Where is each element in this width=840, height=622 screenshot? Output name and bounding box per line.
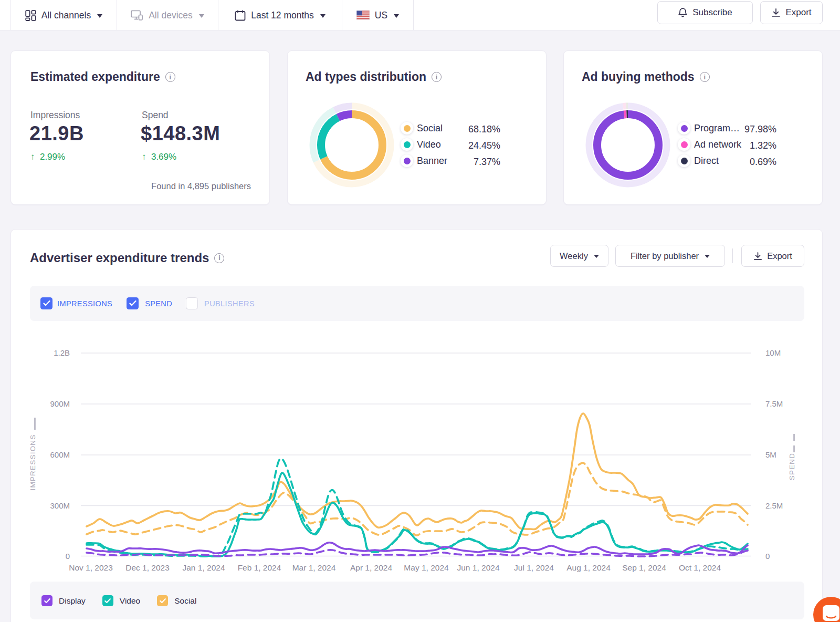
svg-text:10M: 10M: [765, 348, 781, 357]
svg-text:IMPRESSIONS: IMPRESSIONS: [29, 434, 37, 491]
svg-text:SPEND: SPEND: [788, 453, 796, 481]
svg-text:Jul 1, 2024: Jul 1, 2024: [514, 563, 554, 572]
svg-text:0: 0: [765, 552, 770, 561]
svg-text:300M: 300M: [50, 501, 70, 510]
svg-text:2.5M: 2.5M: [765, 501, 783, 510]
svg-text:Feb 1, 2024: Feb 1, 2024: [238, 563, 281, 572]
svg-text:900M: 900M: [50, 399, 70, 408]
svg-text:7.5M: 7.5M: [765, 399, 783, 408]
svg-text:Sep 1, 2024: Sep 1, 2024: [622, 563, 666, 572]
svg-text:Mar 1, 2024: Mar 1, 2024: [292, 563, 336, 572]
svg-text:Nov 1, 2023: Nov 1, 2023: [69, 563, 113, 572]
svg-text:Jun 1, 2024: Jun 1, 2024: [457, 563, 499, 572]
svg-text:0: 0: [66, 552, 70, 561]
svg-text:600M: 600M: [50, 450, 70, 459]
svg-text:Oct 1, 2024: Oct 1, 2024: [679, 563, 721, 572]
svg-text:Jan 1, 2024: Jan 1, 2024: [182, 563, 225, 572]
svg-text:Dec 1, 2023: Dec 1, 2023: [125, 563, 170, 572]
svg-text:Aug 1, 2024: Aug 1, 2024: [566, 563, 611, 572]
svg-text:5M: 5M: [765, 450, 776, 459]
svg-text:May 1, 2024: May 1, 2024: [404, 563, 449, 572]
svg-text:Apr 1, 2024: Apr 1, 2024: [350, 563, 393, 572]
svg-text:1.2B: 1.2B: [54, 348, 70, 357]
